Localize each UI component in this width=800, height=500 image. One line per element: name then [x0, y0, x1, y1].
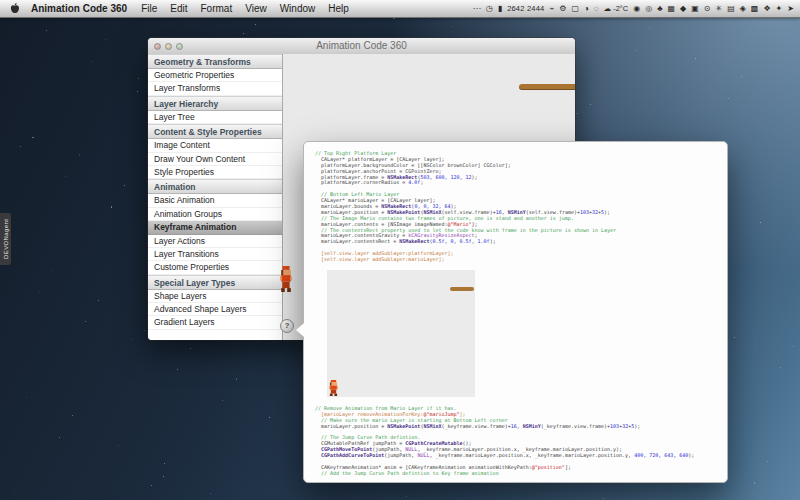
sidebar-item-draw-your-own-content[interactable]: Draw Your Own Content	[148, 153, 282, 166]
status-area: ⋯◷▮2642 2444⌁⚙▢◑◌☁ -2°C◉◎♣▦◆▣⊙✳▤◈▩❖✦➤	[473, 0, 794, 18]
istat-menus-icon[interactable]: ⋯	[473, 0, 481, 18]
menu-format[interactable]: Format	[201, 3, 233, 14]
sidebar-header-content-style-properties: Content & Style Properties	[148, 124, 282, 139]
club-menu-icon[interactable]: ♣	[657, 0, 662, 18]
weather-icon[interactable]: ☁ -2°C	[604, 4, 629, 13]
code-line: [self.view.layer addSublayer:marioLayer]…	[312, 257, 722, 263]
menu-window[interactable]: Window	[280, 3, 316, 14]
cursor-icon[interactable]: ➤	[787, 0, 794, 18]
recording-icon[interactable]: ◉	[633, 0, 640, 18]
sidebar-item-image-content[interactable]: Image Content	[148, 139, 282, 152]
sidebar-item-advanced-shape-layers[interactable]: Advanced Shape Layers	[148, 303, 282, 316]
sidebar-item-layer-transitions[interactable]: Layer Transitions	[148, 248, 282, 261]
sidebar: Geometry & TransformsGeometric Propertie…	[148, 54, 283, 340]
sidebar-item-gradient-layers[interactable]: Gradient Layers	[148, 316, 282, 329]
display-icon[interactable]: ▣	[691, 0, 699, 18]
target-icon[interactable]: ◎	[645, 0, 652, 18]
time-machine-icon[interactable]: ▩	[751, 0, 759, 18]
code-block-animation: // Remove Animation from Mario Layer if …	[312, 406, 722, 477]
network-counters: 2642 2444	[507, 4, 544, 13]
gem-icon[interactable]: ◈	[740, 0, 746, 18]
app-menu-title[interactable]: Animation Code 360	[31, 3, 127, 14]
spotlight-icon[interactable]: ✦	[776, 0, 783, 18]
window-close-button[interactable]	[154, 43, 161, 50]
preview-platform-bar	[450, 287, 474, 291]
sidebar-header-geometry-transforms: Geometry & Transforms	[148, 54, 282, 69]
popover-arrow	[296, 323, 304, 337]
network-activity-icon[interactable]: ⌁	[549, 0, 554, 18]
window-title-bar[interactable]: Animation Code 360	[148, 38, 575, 55]
code-block-setup: // Top Right Platform Layer CALayer* pla…	[312, 151, 722, 263]
battery-icon[interactable]: ▮	[498, 0, 502, 18]
code-line: // Add the Jump Curve Path defintion to …	[312, 471, 722, 477]
sidebar-item-geometric-properties[interactable]: Geometric Properties	[148, 69, 282, 82]
window-minimize-button[interactable]	[165, 43, 172, 50]
desktop-wallpaper: Animation Code 360 FileEditFormatViewWin…	[0, 0, 800, 500]
sidebar-item-layer-tree[interactable]: Layer Tree	[148, 111, 282, 124]
sidebar-item-basic-animation[interactable]: Basic Animation	[148, 194, 282, 207]
sidebar-item-shape-layers[interactable]: Shape Layers	[148, 290, 282, 303]
sidebar-item-custome-properties[interactable]: Custome Properties	[148, 261, 282, 274]
menu-view[interactable]: View	[245, 3, 267, 14]
preview-mario-sprite	[329, 380, 338, 396]
code-line: CGPathAddCurveToPoint(jumpPath, NULL, _k…	[312, 453, 722, 459]
code-popover: // Top Right Platform Layer CALayer* pla…	[303, 141, 728, 483]
sidebar-item-animation-groups[interactable]: Animation Groups	[148, 208, 282, 221]
sidebar-item-style-properties[interactable]: Style Properties	[148, 166, 282, 179]
sidebar-header-animation: Animation	[148, 179, 282, 194]
menu-edit[interactable]: Edit	[170, 3, 187, 14]
clock-meter-icon[interactable]: ◷	[486, 0, 493, 18]
platform-layer-bar	[519, 84, 575, 90]
dot-circle-icon[interactable]: ⊙	[704, 0, 711, 18]
layer-preview-box	[327, 270, 475, 397]
menu-items: FileEditFormatViewWindowHelp	[141, 3, 362, 14]
menu-file[interactable]: File	[141, 3, 157, 14]
mario-sprite	[280, 266, 292, 292]
apple-menu-icon[interactable]	[10, 3, 19, 14]
window-title: Animation Code 360	[148, 38, 575, 54]
menu-bar: Animation Code 360 FileEditFormatViewWin…	[0, 0, 800, 18]
devonagent-edge-tab[interactable]: DEVONagent	[0, 213, 11, 265]
list-icon[interactable]: ▤	[727, 0, 735, 18]
gear-icon[interactable]: ⚙	[559, 0, 566, 18]
sidebar-item-layer-transforms[interactable]: Layer Transforms	[148, 82, 282, 95]
sidebar-item-keyframe-animation[interactable]: Keyframe Animation	[148, 221, 282, 234]
grid-icon[interactable]: ▦	[667, 0, 675, 18]
sidebar-header-layer-hierarchy: Layer Hierarchy	[148, 96, 282, 111]
sidebar-header-special-layer-types: Special Layer Types	[148, 275, 282, 290]
folder-icon[interactable]: ▢	[571, 0, 579, 18]
mission-control-icon[interactable]: ❖	[763, 0, 770, 18]
diamond-icon[interactable]: ◆	[680, 0, 686, 18]
eject-icon[interactable]: ◑	[584, 0, 589, 18]
help-button[interactable]: ?	[280, 319, 294, 333]
menu-help[interactable]: Help	[328, 3, 349, 14]
sidebar-item-layer-actions[interactable]: Layer Actions	[148, 235, 282, 248]
asterisk-icon[interactable]: ✳	[715, 0, 722, 18]
window-zoom-button[interactable]	[176, 43, 183, 50]
sync-icon[interactable]: ◌	[594, 0, 599, 18]
